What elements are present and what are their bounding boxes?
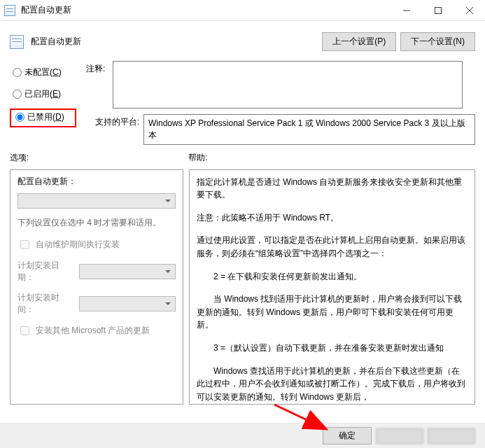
help-p7: Windows 查找适用于此计算机的更新，并在后台下载这些更新（在此过程中，用户…: [197, 365, 468, 404]
prev-setting-button[interactable]: 上一个设置(P): [322, 32, 396, 51]
other-ms-checkbox-row[interactable]: 安装其他 Microsoft 产品的更新: [17, 324, 176, 337]
help-p2: 注意：此策略不适用于 Windows RT。: [197, 211, 468, 225]
radio-not-configured-input[interactable]: [13, 68, 22, 77]
maintenance-checkbox-label: 自动维护期间执行安装: [36, 239, 120, 251]
ok-button[interactable]: 确定: [323, 427, 372, 444]
svg-rect-1: [435, 7, 441, 13]
help-p1: 指定此计算机是否通过 Windows 自动更新服务来接收安全更新和其他重要下载。: [197, 176, 468, 202]
radio-disabled-input[interactable]: [15, 113, 24, 122]
radio-enabled-label: 已启用(E): [24, 88, 61, 100]
cancel-button[interactable]: [376, 428, 423, 444]
update-mode-combo[interactable]: [17, 193, 176, 209]
options-panel: 配置自动更新： 下列设置仅在选中 4 时才需要和适用。 自动维护期间执行安装 计…: [10, 169, 183, 405]
dialog-footer: 确定: [0, 423, 485, 448]
comment-textarea[interactable]: [113, 61, 463, 108]
state-radio-group: 未配置(C) 已启用(E) 已禁用(D): [10, 61, 76, 145]
title-bar: 配置自动更新: [0, 0, 485, 21]
next-setting-button[interactable]: 下一个设置(N): [400, 32, 475, 51]
close-button[interactable]: [454, 0, 485, 20]
platform-label: 支持的平台:: [86, 114, 139, 145]
platform-text: Windows XP Professional Service Pack 1 或…: [143, 114, 475, 145]
radio-enabled[interactable]: 已启用(E): [10, 87, 76, 102]
help-label: 帮助:: [188, 152, 475, 164]
radio-not-configured[interactable]: 未配置(C): [10, 65, 76, 80]
radio-not-configured-label: 未配置(C): [24, 66, 62, 78]
options-description: 下列设置仅在选中 4 时才需要和适用。: [17, 217, 176, 229]
apply-button[interactable]: [428, 428, 475, 444]
other-ms-checkbox[interactable]: [20, 326, 29, 335]
comment-label: 注释:: [86, 61, 107, 106]
maintenance-checkbox[interactable]: [20, 240, 29, 249]
options-subhead: 配置自动更新：: [17, 176, 176, 188]
schedule-time-label: 计划安装时间：: [17, 292, 75, 316]
schedule-day-label: 计划安装日期：: [17, 260, 75, 284]
minimize-button[interactable]: [391, 0, 422, 20]
other-ms-checkbox-label: 安装其他 Microsoft 产品的更新: [36, 325, 150, 337]
radio-disabled[interactable]: 已禁用(D): [13, 110, 73, 125]
help-panel[interactable]: 指定此计算机是否通过 Windows 自动更新服务来接收安全更新和其他重要下载。…: [189, 169, 475, 405]
radio-disabled-label: 已禁用(D): [27, 111, 64, 123]
help-p6: 3 =（默认设置）自动下载更新，并在准备安装更新时发出通知: [197, 342, 468, 355]
policy-icon: [10, 35, 24, 49]
window-title: 配置自动更新: [20, 4, 391, 16]
radio-enabled-input[interactable]: [13, 90, 22, 99]
help-p5: 当 Windows 找到适用于此计算机的更新时，用户将会接到可以下载更新的通知。…: [197, 293, 468, 332]
maintenance-checkbox-row[interactable]: 自动维护期间执行安装: [17, 238, 176, 251]
highlight-box: 已禁用(D): [10, 108, 76, 127]
schedule-day-combo[interactable]: [79, 264, 176, 279]
help-p4: 2 = 在下载和安装任何更新前发出通知。: [197, 270, 468, 284]
help-p3: 通过使用此设置，可以指定是否在此计算机上启用自动更新。如果启用该服务，则必须在“…: [197, 234, 468, 260]
schedule-time-combo[interactable]: [79, 296, 176, 312]
header-row: 配置自动更新 上一个设置(P) 下一个设置(N): [0, 21, 485, 57]
page-heading: 配置自动更新: [31, 36, 315, 48]
maximize-button[interactable]: [422, 0, 454, 20]
app-icon: [0, 5, 20, 16]
options-label: 选项:: [10, 152, 188, 164]
